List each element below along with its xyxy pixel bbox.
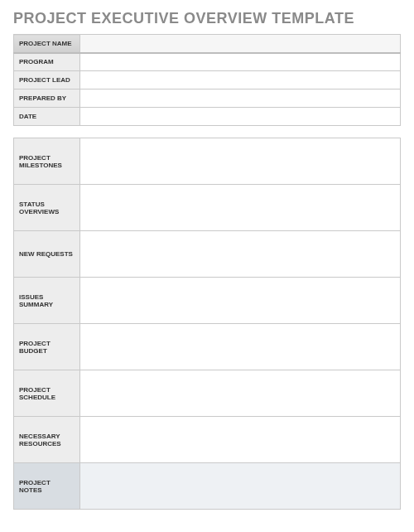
header-label-project-lead: PROJECT LEAD (14, 71, 80, 89)
section-label-notes: PROJECT NOTES (14, 463, 80, 510)
section-row: PROJECT NOTES (14, 463, 401, 510)
section-value-schedule[interactable] (80, 370, 401, 417)
section-row: STATUS OVERVIEWS (14, 185, 401, 231)
page-title: PROJECT EXECUTIVE OVERVIEW TEMPLATE (13, 10, 401, 27)
section-value-budget[interactable] (80, 324, 401, 370)
section-row: PROJECT SCHEDULE (14, 370, 401, 417)
header-value-date[interactable] (80, 108, 401, 126)
section-value-status[interactable] (80, 185, 401, 231)
section-row: PROJECT MILESTONES (14, 138, 401, 185)
header-label-date: DATE (14, 108, 80, 126)
header-value-program[interactable] (80, 53, 401, 71)
header-value-project-name[interactable] (80, 35, 401, 53)
header-row: PREPARED BY (14, 89, 401, 108)
section-label-new-requests: NEW REQUESTS (14, 231, 80, 278)
sections-table: PROJECT MILESTONES STATUS OVERVIEWS NEW … (13, 138, 401, 510)
section-label-schedule: PROJECT SCHEDULE (14, 370, 80, 417)
header-row: PROGRAM (14, 53, 401, 71)
section-row: NEW REQUESTS (14, 231, 401, 278)
section-value-milestones[interactable] (80, 138, 401, 185)
section-label-status: STATUS OVERVIEWS (14, 185, 80, 231)
section-row: PROJECT BUDGET (14, 324, 401, 370)
section-label-issues: ISSUES SUMMARY (14, 278, 80, 324)
header-row: PROJECT LEAD (14, 71, 401, 89)
header-value-prepared-by[interactable] (80, 89, 401, 108)
header-row: PROJECT NAME (14, 35, 401, 53)
section-row: NECESSARY RESOURCES (14, 417, 401, 463)
header-label-project-name: PROJECT NAME (14, 35, 80, 53)
section-value-issues[interactable] (80, 278, 401, 324)
header-label-program: PROGRAM (14, 53, 80, 71)
header-row: DATE (14, 108, 401, 126)
section-label-milestones: PROJECT MILESTONES (14, 138, 80, 185)
section-value-new-requests[interactable] (80, 231, 401, 278)
header-value-project-lead[interactable] (80, 71, 401, 89)
header-table: PROJECT NAME PROGRAM PROJECT LEAD PREPAR… (13, 34, 401, 126)
section-value-resources[interactable] (80, 417, 401, 463)
section-value-notes[interactable] (80, 463, 401, 510)
section-label-budget: PROJECT BUDGET (14, 324, 80, 370)
section-label-resources: NECESSARY RESOURCES (14, 417, 80, 463)
header-label-prepared-by: PREPARED BY (14, 89, 80, 108)
section-row: ISSUES SUMMARY (14, 278, 401, 324)
